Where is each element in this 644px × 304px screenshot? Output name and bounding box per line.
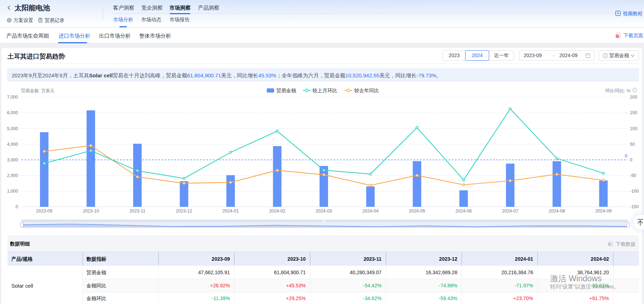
svg-text:X: X (609, 243, 610, 245)
